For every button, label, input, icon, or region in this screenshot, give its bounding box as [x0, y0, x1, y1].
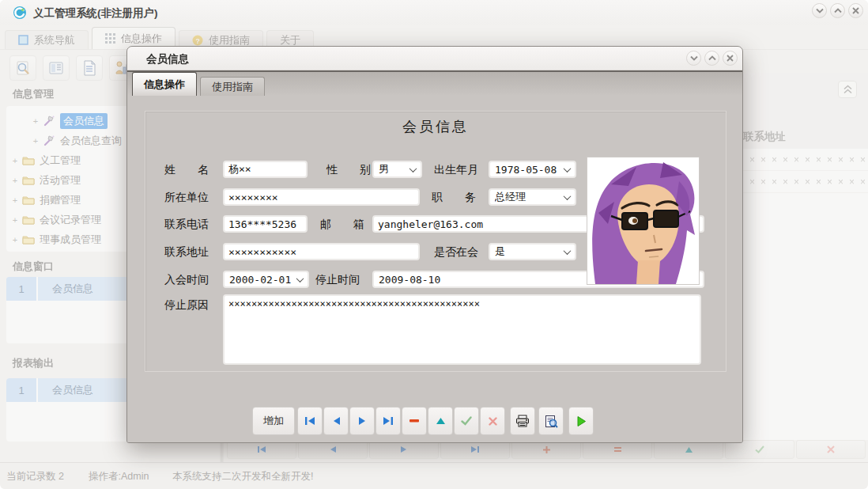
folder-icon: [22, 234, 35, 245]
app-window: 义工管理系统(非注册用户) 系统导航 信息操作 ? 使用指南 关于: [0, 0, 868, 489]
name-label: 姓 名: [164, 163, 209, 177]
membership-select[interactable]: 是: [489, 243, 576, 260]
check-icon: [755, 445, 764, 453]
prev-icon: [329, 445, 337, 453]
tab-system-nav[interactable]: 系统导航: [5, 30, 89, 49]
next-record-button[interactable]: [349, 407, 375, 435]
search-record-button[interactable]: [9, 55, 36, 81]
birth-date-select[interactable]: 1978-05-08: [489, 161, 576, 178]
tab-label: 信息操作: [121, 32, 162, 46]
chevron-down-icon: [564, 165, 572, 172]
minus-icon: [409, 419, 419, 423]
gender-select[interactable]: 男: [372, 161, 422, 178]
collapse-panel-button[interactable]: [838, 81, 857, 98]
stop-reason-label: 停止原因: [164, 298, 209, 313]
question-icon: ?: [192, 35, 203, 46]
tool-icon: [43, 135, 55, 146]
expand-icon[interactable]: +: [32, 116, 40, 126]
expand-icon[interactable]: +: [11, 176, 19, 185]
dialog-restore-button[interactable]: [704, 51, 719, 66]
folder-icon: [22, 195, 35, 206]
stop-time-label: 停止时间: [315, 273, 360, 287]
equals-icon: [613, 446, 622, 453]
dialog-close-button[interactable]: [723, 51, 738, 66]
cancel-button[interactable]: [480, 407, 505, 435]
membership-value: 是: [495, 244, 564, 259]
x-icon: [489, 417, 497, 426]
folder-icon: [22, 175, 35, 186]
print-preview-button[interactable]: [538, 407, 564, 435]
tree-item-label: 捐赠管理: [40, 193, 81, 207]
membership-label: 是否在会: [434, 245, 478, 260]
triangle-up-icon: [685, 446, 693, 453]
record-count: 当前记录数 2: [6, 470, 64, 483]
cancel-button[interactable]: [796, 440, 866, 459]
tree-item-label: 义工管理: [40, 154, 81, 168]
move-up-button[interactable]: [428, 407, 453, 435]
first-icon: [257, 445, 266, 453]
expand-icon[interactable]: +: [11, 156, 19, 165]
unit-input[interactable]: [223, 188, 420, 206]
triangle-up-icon: [436, 417, 446, 425]
dialog-minimize-button[interactable]: [686, 51, 701, 66]
tree-item-label: 会员信息: [60, 113, 108, 129]
dialog-title: 会员信息: [146, 52, 189, 66]
add-button[interactable]: 增加: [252, 407, 295, 435]
expand-icon[interactable]: +: [11, 235, 19, 244]
dialog-body: 会员信息 姓 名 性 别 男 出生年月 1978-05-08 所在单位: [127, 96, 742, 442]
member-info-dialog: 会员信息 信息操作 使用指南 会员信息 姓 名 性 别 男 出生年月: [126, 46, 743, 443]
check-icon: [461, 416, 472, 426]
report-view-button[interactable]: [43, 55, 70, 81]
address-input[interactable]: [223, 243, 420, 260]
first-record-button[interactable]: [297, 407, 323, 435]
run-button[interactable]: [568, 407, 594, 435]
status-message: 本系统支持二次开发和全新开发!: [172, 470, 313, 483]
last-record-button[interactable]: [376, 407, 401, 435]
tree-item-label: 会员信息查询: [60, 134, 122, 148]
dialog-titlebar: 会员信息: [127, 47, 742, 70]
dialog-tab-user-guide[interactable]: 使用指南: [200, 77, 265, 96]
row-label: 会员信息: [38, 383, 93, 397]
dialog-tab-info-operation[interactable]: 信息操作: [132, 72, 197, 96]
form-heading: 会员信息: [145, 117, 726, 136]
last-icon: [470, 445, 480, 453]
job-select[interactable]: 总经理: [489, 188, 576, 206]
print-preview-icon: [545, 415, 558, 428]
expand-icon[interactable]: +: [11, 195, 19, 205]
grid-icon: [105, 33, 115, 44]
expand-icon[interactable]: +: [11, 215, 19, 225]
print-button[interactable]: [510, 407, 535, 435]
join-time-select[interactable]: 2000-02-01: [223, 271, 309, 288]
square-icon: [18, 35, 28, 45]
confirm-button[interactable]: [454, 407, 479, 435]
expand-icon[interactable]: +: [32, 136, 40, 146]
name-input[interactable]: [223, 161, 308, 178]
folder-icon: [22, 155, 35, 166]
tab-label: 系统导航: [34, 33, 75, 47]
delete-record-button[interactable]: [402, 407, 427, 435]
row-number: 1: [6, 378, 38, 402]
report-icon: [48, 60, 64, 76]
folder-icon: [22, 214, 35, 226]
next-icon: [358, 416, 367, 426]
row-number: 1: [6, 277, 38, 301]
email-label: 邮 箱: [320, 218, 364, 232]
tab-label: 关于: [280, 33, 300, 47]
phone-label: 联系电话: [164, 218, 209, 232]
job-label: 职 务: [432, 191, 476, 205]
prev-icon: [332, 416, 341, 426]
stop-reason-textarea[interactable]: ××××××××××××××××××××××××××××××××××××××××…: [223, 294, 701, 365]
operator: 操作者:Admin: [89, 470, 149, 483]
add-button-label: 增加: [263, 414, 284, 428]
document-button[interactable]: [76, 55, 103, 81]
svg-text:?: ?: [195, 36, 200, 44]
unit-label: 所在单位: [164, 191, 209, 205]
phone-input[interactable]: [223, 215, 308, 233]
x-icon: [827, 445, 835, 453]
statusbar: 当前记录数 2 操作者:Admin 本系统支持二次开发和全新开发!: [0, 462, 868, 489]
prev-record-button[interactable]: [323, 407, 349, 435]
search-icon: [15, 60, 31, 76]
tab-label: 使用指南: [212, 80, 253, 94]
job-value: 总经理: [495, 190, 564, 204]
tool-icon: [43, 116, 55, 127]
